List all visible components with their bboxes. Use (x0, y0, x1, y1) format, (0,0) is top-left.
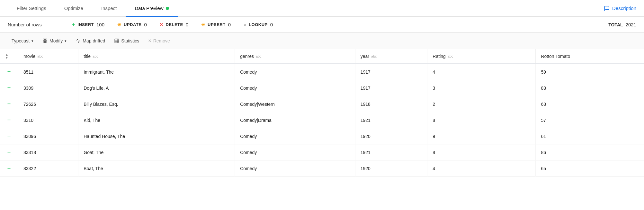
active-dot (166, 7, 169, 10)
cell-year: 1920 (355, 160, 427, 177)
table-body: +8511Immigrant, TheComedy1917459+3309Dog… (0, 64, 644, 177)
row-plus-indicator[interactable]: + (0, 64, 18, 80)
cell-title: Haunted House, The (78, 128, 235, 144)
cell-title: Boat, The (78, 160, 235, 177)
cell-genres: Comedy (235, 144, 355, 160)
cell-title: Dog's Life, A (78, 80, 235, 96)
col-header-title[interactable]: title abc (78, 49, 235, 64)
insert-icon: + (72, 22, 75, 28)
stat-delete: × DELETE 0 (160, 21, 188, 28)
cell-genres: Comedy (235, 64, 355, 80)
table-row: +8511Immigrant, TheComedy1917459 (0, 64, 644, 80)
row-plus-indicator[interactable]: + (0, 80, 18, 96)
delete-value: 0 (186, 22, 188, 27)
cell-movie: 8511 (18, 64, 78, 80)
description-label: Description (612, 5, 636, 11)
nav-label-optimize: Optimize (64, 5, 83, 11)
description-button[interactable]: Description (604, 5, 636, 11)
sort-icon-indicator[interactable]: ▲▼ (5, 53, 8, 59)
cell-movie: 83096 (18, 128, 78, 144)
top-nav: Filter Settings Optimize Inspect Data Pr… (0, 0, 644, 17)
map-drifted-button[interactable]: Map drifted (72, 36, 109, 45)
cell-rotten_tomato: 57 (536, 112, 644, 128)
cell-rotten_tomato: 65 (536, 160, 644, 177)
data-table: ▲▼ movie abc title abc (0, 49, 644, 177)
row-count-label: Number of rows (8, 22, 59, 27)
toolbar: Typecast ▾ Modify ▾ Map drifted Statisti… (0, 33, 644, 49)
total-value: 2021 (626, 22, 636, 27)
chat-icon (604, 5, 610, 11)
lookup-icon: ⌕ (244, 22, 246, 27)
map-drifted-icon (76, 38, 81, 43)
col-header-movie[interactable]: movie abc (18, 49, 78, 64)
col-header-genres[interactable]: genres abc (235, 49, 355, 64)
modify-icon (42, 38, 48, 43)
typecast-button[interactable]: Typecast ▾ (8, 36, 37, 45)
col-label-title: title (84, 54, 91, 59)
table-row: +83096Haunted House, TheComedy1920961 (0, 128, 644, 144)
svg-rect-1 (45, 39, 47, 41)
col-header-year[interactable]: year abc (355, 49, 427, 64)
row-count-bar: Number of rows + INSERT 100 ✳ UPDATE 0 ×… (0, 17, 644, 33)
row-plus-indicator[interactable]: + (0, 144, 18, 160)
cell-title: Billy Blazes, Esq. (78, 96, 235, 112)
cell-rotten_tomato: 63 (536, 96, 644, 112)
nav-item-inspect[interactable]: Inspect (92, 0, 126, 17)
cell-rating: 4 (427, 160, 536, 177)
svg-rect-2 (43, 41, 45, 43)
col-type-title: abc (93, 54, 98, 58)
cell-rotten_tomato: 59 (536, 64, 644, 80)
cell-title: Kid, The (78, 112, 235, 128)
insert-value: 100 (96, 22, 104, 27)
col-type-year: abc (371, 54, 377, 58)
table-row: +83318Goat, TheComedy1921886 (0, 144, 644, 160)
table-header-row: ▲▼ movie abc title abc (0, 49, 644, 64)
update-value: 0 (144, 22, 147, 27)
nav-item-filter-settings[interactable]: Filter Settings (8, 0, 55, 17)
cell-year: 1918 (355, 96, 427, 112)
remove-button[interactable]: × Remove (144, 36, 174, 46)
map-drifted-label: Map drifted (83, 38, 105, 43)
col-header-rating[interactable]: Rating abc (427, 49, 536, 64)
cell-rotten_tomato: 83 (536, 80, 644, 96)
cell-rating: 3 (427, 80, 536, 96)
cell-year: 1921 (355, 144, 427, 160)
row-plus-indicator[interactable]: + (0, 128, 18, 144)
data-table-container: ▲▼ movie abc title abc (0, 49, 644, 177)
cell-genres: Comedy|Western (235, 96, 355, 112)
cell-movie: 83322 (18, 160, 78, 177)
typecast-label: Typecast (12, 38, 30, 43)
upsert-label: UPSERT (208, 22, 226, 27)
nav-item-data-preview[interactable]: Data Preview (126, 0, 178, 17)
cell-rating: 9 (427, 128, 536, 144)
svg-rect-4 (115, 39, 119, 43)
remove-x-icon: × (148, 38, 151, 44)
nav-item-optimize[interactable]: Optimize (55, 0, 92, 17)
svg-rect-0 (43, 39, 45, 41)
col-header-rotten-tomato[interactable]: Rotton Tomato (536, 49, 644, 64)
statistics-button[interactable]: Statistics (110, 36, 143, 45)
col-header-indicator: ▲▼ (0, 49, 18, 64)
lookup-label: LOOKUP (249, 22, 268, 27)
table-row: +83322Boat, TheComedy1920465 (0, 160, 644, 177)
modify-label: Modify (49, 38, 63, 43)
modify-button[interactable]: Modify ▾ (39, 36, 70, 45)
update-label: UPDATE (124, 22, 141, 27)
row-plus-indicator[interactable]: + (0, 96, 18, 112)
cell-rating: 2 (427, 96, 536, 112)
col-label-movie: movie (23, 54, 35, 59)
col-label-rating: Rating (433, 54, 445, 59)
col-label-year: year (361, 54, 369, 59)
stat-upsert: ✳ UPSERT 0 (201, 22, 231, 27)
cell-year: 1917 (355, 64, 427, 80)
row-plus-indicator[interactable]: + (0, 112, 18, 128)
cell-rotten_tomato: 86 (536, 144, 644, 160)
delete-label: DELETE (165, 22, 183, 27)
cell-genres: Comedy (235, 80, 355, 96)
cell-rating: 8 (427, 144, 536, 160)
cell-title: Immigrant, The (78, 64, 235, 80)
cell-movie: 72626 (18, 96, 78, 112)
col-type-genres: abc (256, 54, 262, 58)
row-plus-indicator[interactable]: + (0, 160, 18, 177)
cell-movie: 3309 (18, 80, 78, 96)
